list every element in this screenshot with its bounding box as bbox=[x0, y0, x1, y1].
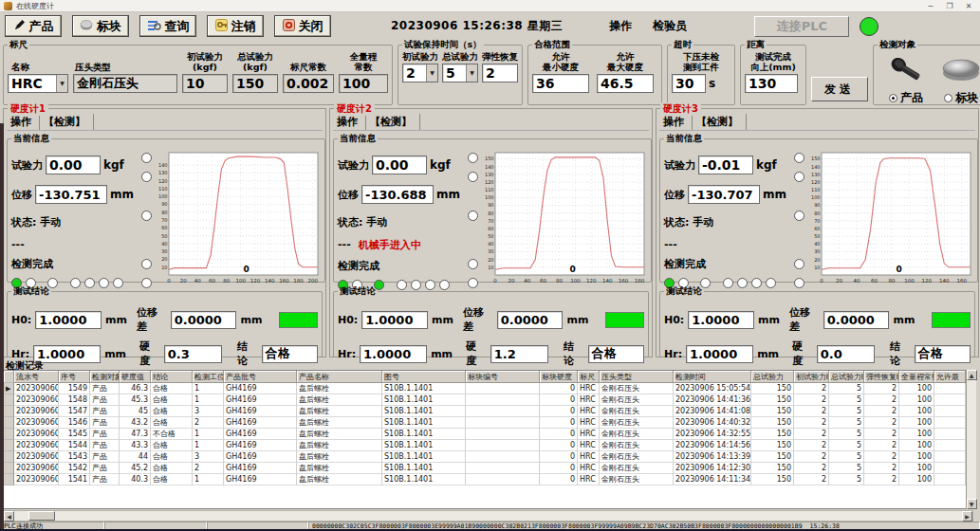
table-cell[interactable]: 150 bbox=[751, 440, 794, 451]
radio-block[interactable] bbox=[944, 94, 952, 102]
table-cell[interactable]: 45.2 bbox=[120, 463, 151, 474]
table-cell[interactable]: 150 bbox=[751, 463, 794, 474]
table-cell[interactable]: 金刚石压头 bbox=[600, 417, 674, 429]
table-cell[interactable]: 盘后螺栓 bbox=[297, 474, 382, 485]
table-cell[interactable]: 45.3 bbox=[120, 394, 151, 406]
table-cell[interactable]: 100 bbox=[899, 429, 934, 440]
table-cell[interactable]: 2 bbox=[193, 463, 224, 474]
table-cell[interactable] bbox=[934, 383, 966, 394]
table-cell[interactable]: HRC bbox=[578, 463, 600, 474]
table-cell[interactable]: 不合格 bbox=[151, 429, 193, 440]
table-cell[interactable] bbox=[466, 383, 540, 394]
table-cell[interactable]: 产品 bbox=[90, 429, 120, 440]
scale-name-select[interactable]: HRC▼ bbox=[8, 74, 68, 93]
toolbar-button-5[interactable]: 关闭 bbox=[274, 15, 331, 37]
table-cell[interactable]: 20230906 14:41:36 bbox=[674, 394, 751, 406]
table-cell[interactable]: 2 bbox=[794, 429, 829, 440]
table-cell[interactable]: 5 bbox=[829, 440, 864, 451]
table-cell[interactable]: 45 bbox=[120, 406, 151, 417]
table-cell[interactable]: 2 bbox=[864, 463, 899, 474]
table-cell[interactable]: 5 bbox=[829, 417, 864, 429]
column-header[interactable]: 允许最 bbox=[934, 371, 966, 383]
timeout-field[interactable]: 30 bbox=[672, 74, 706, 93]
table-cell[interactable]: 202309060003 bbox=[14, 451, 59, 463]
toolbar-button-1[interactable]: 产品 bbox=[5, 15, 62, 37]
column-header[interactable]: 检测工位 bbox=[193, 371, 224, 383]
table-cell[interactable]: 0 bbox=[540, 417, 578, 429]
table-cell[interactable]: 150 bbox=[751, 451, 794, 463]
table-cell[interactable]: 2 bbox=[794, 383, 829, 394]
table-cell[interactable]: GH4169 bbox=[224, 394, 297, 406]
target-option-block[interactable]: 标块 bbox=[944, 90, 978, 106]
maximize-button[interactable]: ❐ bbox=[942, 2, 957, 10]
table-cell[interactable]: 202309060008 bbox=[14, 394, 59, 406]
table-cell[interactable]: 202309060006 bbox=[14, 417, 59, 429]
table-cell[interactable]: 金刚石压头 bbox=[600, 406, 674, 417]
table-cell[interactable] bbox=[466, 463, 540, 474]
column-header[interactable]: 标块硬度 bbox=[540, 371, 578, 383]
table-cell[interactable]: 5 bbox=[829, 474, 864, 485]
table-cell[interactable]: 产品 bbox=[90, 417, 120, 429]
table-cell[interactable]: 1547 bbox=[59, 406, 90, 417]
table-cell[interactable]: 金刚石压头 bbox=[600, 451, 674, 463]
table-cell[interactable]: 2 bbox=[794, 451, 829, 463]
table-cell[interactable]: 0 bbox=[540, 451, 578, 463]
table-cell[interactable]: HRC bbox=[578, 440, 600, 451]
table-cell[interactable]: GH4169 bbox=[224, 429, 297, 440]
table-cell[interactable]: S10B.1.1401 bbox=[382, 440, 466, 451]
table-cell[interactable]: 2 bbox=[864, 394, 899, 406]
column-header[interactable]: 图号 bbox=[382, 371, 466, 383]
table-cell[interactable]: 1 bbox=[193, 429, 224, 440]
table-cell[interactable]: 2 bbox=[794, 417, 829, 429]
table-cell[interactable]: S10B.1.1401 bbox=[382, 451, 466, 463]
table-cell[interactable]: 1544 bbox=[59, 440, 90, 451]
row-selector[interactable] bbox=[4, 463, 14, 474]
table-cell[interactable]: S10B.1.1401 bbox=[382, 429, 466, 440]
max-hardness-field[interactable]: 46.5 bbox=[597, 74, 654, 93]
column-header[interactable]: 结论 bbox=[151, 371, 193, 383]
table-cell[interactable]: 5 bbox=[829, 463, 864, 474]
table-cell[interactable]: 20230906 14:32:55 bbox=[674, 429, 751, 440]
table-cell[interactable] bbox=[934, 406, 966, 417]
hold-time-input-1[interactable]: 2▼ bbox=[402, 64, 438, 82]
table-cell[interactable]: 合格 bbox=[151, 417, 193, 429]
table-cell[interactable] bbox=[934, 451, 966, 463]
row-selector[interactable] bbox=[4, 451, 14, 463]
table-cell[interactable]: 46.3 bbox=[120, 383, 151, 394]
table-cell[interactable]: S10B.1.1401 bbox=[382, 394, 466, 406]
table-cell[interactable]: 盘后螺栓 bbox=[297, 394, 382, 406]
chevron-down-icon[interactable]: ▼ bbox=[56, 75, 67, 92]
table-cell[interactable]: 202309060004 bbox=[14, 440, 59, 451]
table-horizontal-scrollbar[interactable]: ◀ ▶ bbox=[3, 510, 973, 522]
table-cell[interactable]: 产品 bbox=[90, 440, 120, 451]
table-cell[interactable]: GH4169 bbox=[224, 406, 297, 417]
table-cell[interactable]: 20230906 14:13:39 bbox=[674, 451, 751, 463]
table-cell[interactable]: HRC bbox=[578, 406, 600, 417]
table-cell[interactable]: 1 bbox=[193, 440, 224, 451]
table-cell[interactable]: GH4169 bbox=[224, 451, 297, 463]
column-header[interactable]: 产品批号 bbox=[224, 371, 297, 383]
scroll-down-icon[interactable]: ▼ bbox=[967, 499, 977, 509]
table-cell[interactable]: 金刚石压头 bbox=[600, 394, 674, 406]
table-cell[interactable]: 20230906 14:41:08 bbox=[674, 406, 751, 417]
column-header[interactable]: 标块编号 bbox=[466, 371, 540, 383]
table-cell[interactable]: 202309060009 bbox=[14, 383, 59, 394]
table-cell[interactable]: 合格 bbox=[151, 406, 193, 417]
table-cell[interactable]: 100 bbox=[899, 417, 934, 429]
table-cell[interactable]: 1546 bbox=[59, 417, 90, 429]
table-cell[interactable]: 2 bbox=[864, 440, 899, 451]
table-cell[interactable]: 40.3 bbox=[120, 474, 151, 485]
table-cell[interactable]: 产品 bbox=[90, 451, 120, 463]
table-cell[interactable]: HRC bbox=[578, 417, 600, 429]
table-cell[interactable]: 100 bbox=[899, 451, 934, 463]
table-cell[interactable]: 金刚石压头 bbox=[600, 429, 674, 440]
table-cell[interactable]: 合格 bbox=[151, 463, 193, 474]
table-cell[interactable]: 0 bbox=[540, 474, 578, 485]
table-cell[interactable]: 47.3 bbox=[120, 429, 151, 440]
column-header[interactable]: 序号 bbox=[59, 371, 90, 383]
row-selector[interactable] bbox=[4, 406, 14, 417]
column-header[interactable]: 全量程常数 bbox=[899, 371, 934, 383]
close-button[interactable]: ✕ bbox=[961, 2, 976, 10]
table-cell[interactable]: 0 bbox=[540, 463, 578, 474]
table-cell[interactable]: HRC bbox=[578, 451, 600, 463]
